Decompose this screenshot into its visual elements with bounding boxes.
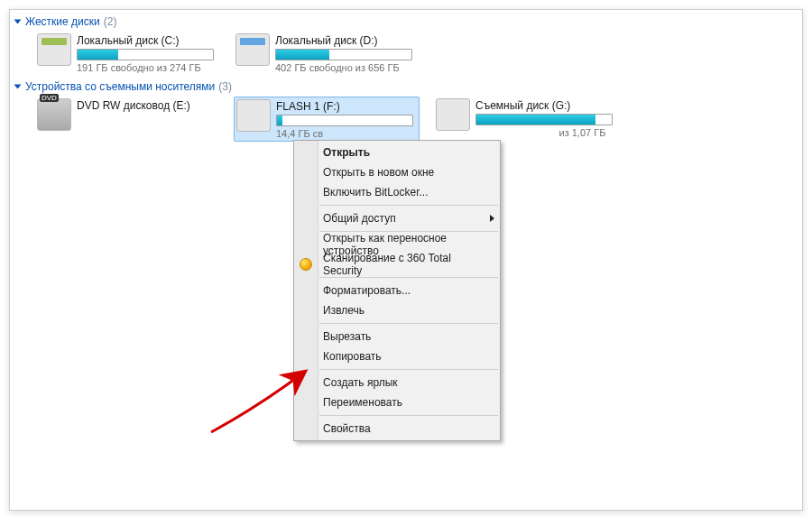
ctx-eject[interactable]: Извлечь (294, 300, 500, 320)
explorer-content: Жесткие диски (2) Локальный диск (C:) 19… (9, 9, 803, 511)
drive-title: FLASH 1 (F:) (276, 100, 417, 113)
section-title: Жесткие диски (25, 15, 100, 28)
ctx-separator (319, 369, 498, 370)
drive-title: Локальный диск (D:) (275, 34, 416, 47)
ctx-properties[interactable]: Свойства (294, 419, 500, 439)
drive-d[interactable]: Локальный диск (D:) 402 ГБ свободно из 6… (234, 32, 418, 75)
submenu-arrow-icon (490, 215, 494, 222)
context-menu: Открыть Открыть в новом окне Включить Bi… (293, 140, 501, 441)
collapse-icon (14, 20, 22, 24)
ctx-format[interactable]: Форматировать... (294, 281, 500, 300)
ctx-separator (319, 415, 498, 416)
drive-body: DVD RW дисковод (E:) (77, 98, 217, 114)
section-title: Устройства со съемными носителями (25, 80, 215, 93)
drive-subtext: 191 ГБ свободно из 274 ГБ (77, 62, 217, 73)
drive-title: Локальный диск (C:) (77, 34, 217, 47)
collapse-icon (14, 85, 22, 89)
drive-title: DVD RW дисковод (E:) (77, 99, 217, 112)
usb-drive-icon (436, 98, 470, 131)
drive-body: Локальный диск (D:) 402 ГБ свободно из 6… (275, 33, 416, 73)
drive-icon (235, 33, 270, 66)
drive-subtext: 14,4 ГБ св (276, 128, 417, 139)
usb-drive-icon (236, 99, 271, 132)
ctx-copy[interactable]: Копировать (294, 346, 500, 366)
drive-body: FLASH 1 (F:) 14,4 ГБ св (276, 99, 417, 139)
section-count: (2) (104, 15, 117, 28)
ctx-bitlocker[interactable]: Включить BitLocker... (294, 182, 500, 202)
ctx-cut[interactable]: Вырезать (294, 327, 500, 346)
drive-capacity-bar (475, 114, 613, 125)
ctx-separator (319, 277, 498, 278)
drive-f-flash[interactable]: FLASH 1 (F:) 14,4 ГБ св (234, 97, 420, 142)
drive-title: Съемный диск (G:) (475, 99, 616, 112)
hdd-row: Локальный диск (C:) 191 ГБ свободно из 2… (10, 32, 802, 75)
ctx-open-new-window[interactable]: Открыть в новом окне (294, 162, 500, 182)
drive-c[interactable]: Локальный диск (C:) 191 ГБ свободно из 2… (35, 32, 219, 75)
ctx-separator (319, 323, 498, 324)
dvd-drive-icon (37, 98, 71, 131)
ctx-open[interactable]: Открыть (294, 143, 500, 162)
section-count: (3) (218, 80, 232, 93)
drive-icon (37, 33, 71, 66)
drive-capacity-bar (77, 49, 214, 60)
drive-capacity-bar (276, 115, 413, 126)
ctx-rename[interactable]: Переименовать (294, 392, 500, 412)
section-header-removable[interactable]: Устройства со съемными носителями (3) (10, 75, 802, 97)
drive-body: Локальный диск (C:) 191 ГБ свободно из 2… (77, 33, 217, 73)
ctx-scan-360[interactable]: Сканирование с 360 Total Security (294, 254, 500, 274)
ctx-separator (319, 205, 498, 206)
ctx-sharing[interactable]: Общий доступ (294, 208, 500, 228)
drive-subtext: XXX ГБ свободно из 1,07 ГБ (475, 127, 616, 138)
drive-subtext: 402 ГБ свободно из 656 ГБ (275, 62, 416, 73)
removable-row: DVD RW дисковод (E:) FLASH 1 (F:) 14,4 Г… (10, 97, 802, 142)
section-header-hdd[interactable]: Жесткие диски (2) (10, 10, 802, 32)
drive-dvd[interactable]: DVD RW дисковод (E:) (35, 97, 219, 133)
drive-capacity-bar (275, 49, 412, 60)
shield-icon (300, 258, 312, 271)
drive-body: Съемный диск (G:) XXX ГБ свободно из 1,0… (475, 98, 616, 138)
drive-g[interactable]: Съемный диск (G:) XXX ГБ свободно из 1,0… (434, 97, 618, 140)
ctx-create-shortcut[interactable]: Создать ярлык (294, 373, 500, 392)
